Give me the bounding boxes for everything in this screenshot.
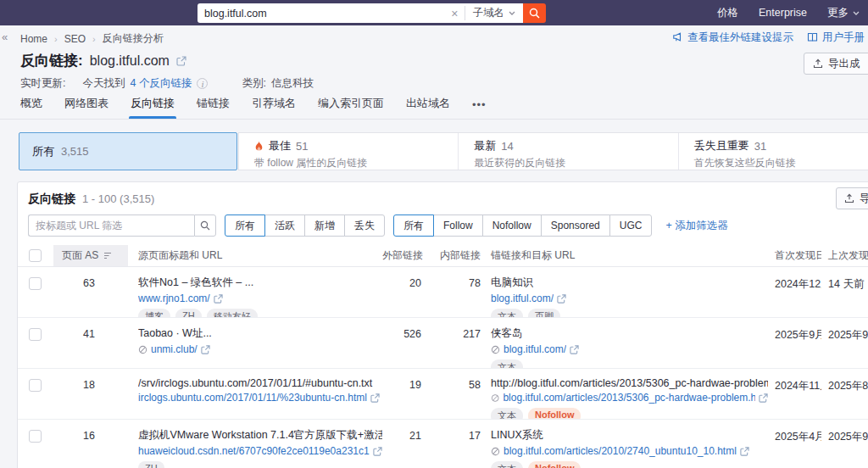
type-filter-nofollow[interactable]: Nofollow — [482, 214, 542, 237]
export-as-button[interactable]: 导出成 — [804, 53, 868, 75]
column-internal-links[interactable]: 内部链接 — [425, 248, 484, 263]
filter-card-lost-important[interactable]: 丢失且重要 31 首先恢复这些反向链接 — [678, 133, 868, 170]
source-url-link[interactable]: unmi.club/ — [151, 343, 198, 355]
target-url-link[interactable]: blog.itful.com/articles/2013/5306_pc-har… — [503, 392, 755, 404]
status-filter-new[interactable]: 新增 — [304, 214, 345, 237]
search-scope-select[interactable]: 子域名 — [465, 6, 524, 20]
external-links-value: 526 — [382, 318, 425, 368]
source-title: Taobao · W址... — [138, 326, 382, 341]
external-link-icon[interactable] — [759, 393, 768, 403]
type-filter-follow[interactable]: Follow — [433, 214, 483, 237]
tab-backlinks[interactable]: 反向链接 — [131, 96, 175, 119]
backlinks-table-card: 反向链接 1 - 100 (3,515) 导出 所有 活跃 新增 丢失 所有 F… — [17, 181, 868, 468]
anchor-text: 电脑知识 — [491, 276, 768, 290]
column-anchor-target[interactable]: 锚链接和目标 URL — [484, 248, 768, 263]
status-filter-active[interactable]: 活跃 — [264, 214, 305, 237]
clear-search-icon[interactable]: × — [445, 7, 464, 20]
info-icon[interactable]: i — [197, 78, 208, 89]
summary-card-group: 最佳 51 带 follow 属性的反向链接 最新 14 最近获得的反向链接 丢… — [238, 132, 868, 170]
external-link-icon[interactable] — [214, 294, 223, 304]
link-building-tips-link[interactable]: 查看最佳外链建设提示 — [672, 31, 793, 45]
external-link-icon[interactable] — [176, 56, 186, 66]
target-url-link[interactable]: blog.itful.com/ — [504, 343, 566, 355]
megaphone-icon — [672, 32, 683, 42]
last-seen-value: 2025年9 — [821, 420, 868, 468]
column-source[interactable]: 源页面标题和 URL — [128, 248, 382, 263]
breadcrumb-home[interactable]: Home — [20, 33, 47, 45]
tab-network-graph[interactable]: 网络图表 — [64, 96, 108, 119]
nofollow-icon — [491, 345, 500, 354]
breadcrumb-seo[interactable]: SEO — [64, 33, 86, 45]
select-all-checkbox[interactable] — [29, 249, 42, 262]
external-link-icon[interactable] — [201, 345, 210, 354]
domain-search-input[interactable] — [198, 8, 445, 20]
external-links-value: 19 — [382, 369, 425, 419]
source-url-link[interactable]: www.rjno1.com/ — [138, 292, 210, 304]
table-export-button[interactable]: 导出 — [836, 187, 868, 209]
type-filter-sponsored[interactable]: Sponsored — [541, 214, 610, 237]
source-url-link[interactable]: huaweicloud.csdn.net/6707c90fe2ce0119e0a… — [138, 445, 370, 457]
realtime-label: 实时更新: — [20, 76, 65, 91]
status-filter-all[interactable]: 所有 — [225, 214, 265, 237]
internal-links-value: 78 — [425, 267, 484, 317]
tab-anchors[interactable]: 锚链接 — [197, 96, 230, 119]
sort-icon[interactable] — [103, 252, 112, 259]
search-icon — [200, 220, 210, 231]
filter-card-all[interactable]: 所有 3,515 — [19, 132, 237, 170]
book-icon — [807, 32, 818, 42]
row-checkbox[interactable] — [29, 379, 42, 392]
source-url-link[interactable]: irclogs.ubuntu.com/2017/01/11/%23ubuntu-… — [138, 392, 367, 404]
search-button[interactable] — [523, 3, 546, 23]
sidebar-collapse-icon[interactable]: « — [2, 31, 8, 43]
breadcrumb-bar: « Home › SEO › 反向链接分析 查看最佳外链建设提示 用户手册 发送 — [0, 25, 868, 49]
nofollow-icon — [138, 345, 147, 354]
filter-card-best[interactable]: 最佳 51 带 follow 属性的反向链接 — [239, 133, 458, 170]
user-manual-link[interactable]: 用户手册 — [807, 31, 865, 45]
nav-pricing[interactable]: 价格 — [717, 6, 738, 20]
external-link-icon[interactable] — [570, 345, 579, 354]
nav-more[interactable]: 更多 — [827, 6, 860, 20]
source-title: 虚拟机VMware Workstation 7.1.4官方原版下载+激活密钥+汉… — [138, 428, 382, 443]
external-link-icon[interactable] — [370, 393, 380, 403]
row-checkbox[interactable] — [29, 430, 42, 443]
type-filter-group: 所有 Follow Nofollow Sponsored UGC — [393, 214, 652, 237]
tag-pill: ZH — [175, 309, 202, 317]
column-page-as[interactable]: 页面 AS — [62, 248, 98, 263]
external-link-icon[interactable] — [557, 294, 566, 304]
export-icon — [844, 193, 854, 203]
filter-card-new[interactable]: 最新 14 最近获得的反向链接 — [458, 133, 677, 170]
external-link-icon[interactable] — [373, 447, 382, 456]
tab-indexed-pages[interactable]: 编入索引页面 — [318, 96, 384, 119]
nofollow-icon — [491, 393, 499, 403]
row-checkbox[interactable] — [29, 277, 42, 290]
tag-pill: 移动友好 — [207, 309, 258, 317]
tab-overview[interactable]: 概览 — [20, 96, 42, 119]
new-count: 14 — [501, 140, 513, 153]
filter-search-button[interactable] — [194, 214, 216, 237]
title-url-filter-input[interactable] — [28, 214, 194, 237]
status-filter-lost[interactable]: 丢失 — [344, 214, 385, 237]
add-filter-button[interactable]: + 添加筛选器 — [660, 214, 727, 237]
row-checkbox[interactable] — [29, 328, 42, 341]
internal-links-value: 17 — [425, 420, 484, 468]
first-seen-value: 2025年9月15日 — [768, 318, 821, 368]
tab-outbound-domains[interactable]: 出站域名 — [406, 96, 450, 119]
target-url-link[interactable]: blog.itful.com/ — [491, 292, 554, 304]
breadcrumb: Home › SEO › 反向链接分析 — [20, 31, 164, 46]
nav-enterprise[interactable]: Enterprise — [759, 7, 807, 19]
column-first-seen[interactable]: 首次发现日期 — [768, 248, 821, 263]
type-filter-all[interactable]: 所有 — [393, 214, 434, 237]
tabs-more-icon[interactable]: ••• — [472, 98, 487, 119]
tag-pill: ZH — [138, 461, 164, 468]
column-external-links[interactable]: 外部链接 — [382, 248, 425, 263]
target-url-link[interactable]: blog.itful.com/articles/2010/2740_ubuntu… — [504, 445, 737, 457]
external-link-icon[interactable] — [740, 447, 749, 456]
column-last-seen[interactable]: 上次发现日期 — [821, 248, 868, 263]
type-filter-ugc[interactable]: UGC — [609, 214, 653, 237]
source-title: 软件No1 – 绿色软件 – ... — [138, 276, 382, 290]
first-seen-value: 2024年11月23 — [768, 369, 821, 419]
tab-referring-domains[interactable]: 引荐域名 — [252, 96, 296, 119]
internal-links-value: 58 — [425, 369, 484, 419]
found-backlinks-link[interactable]: 4 个反向链接 — [130, 76, 192, 91]
top-bar: × 子域名 价格 Enterprise 更多 — [0, 0, 868, 25]
